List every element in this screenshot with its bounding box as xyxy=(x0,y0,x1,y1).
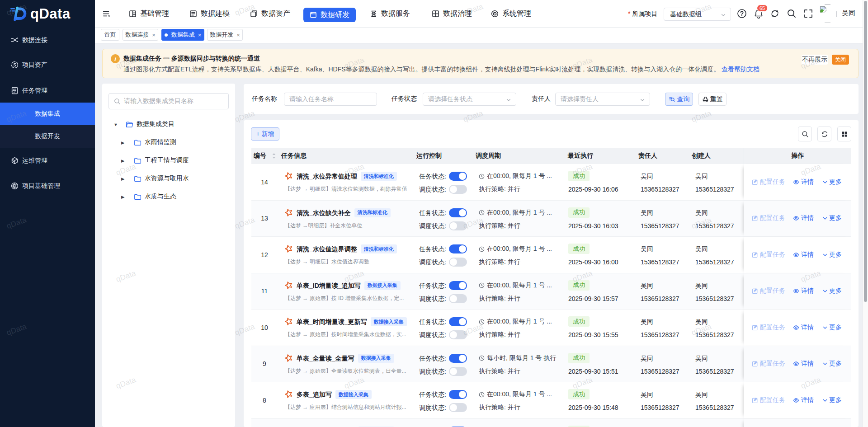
svg-text:i: i xyxy=(114,56,116,62)
